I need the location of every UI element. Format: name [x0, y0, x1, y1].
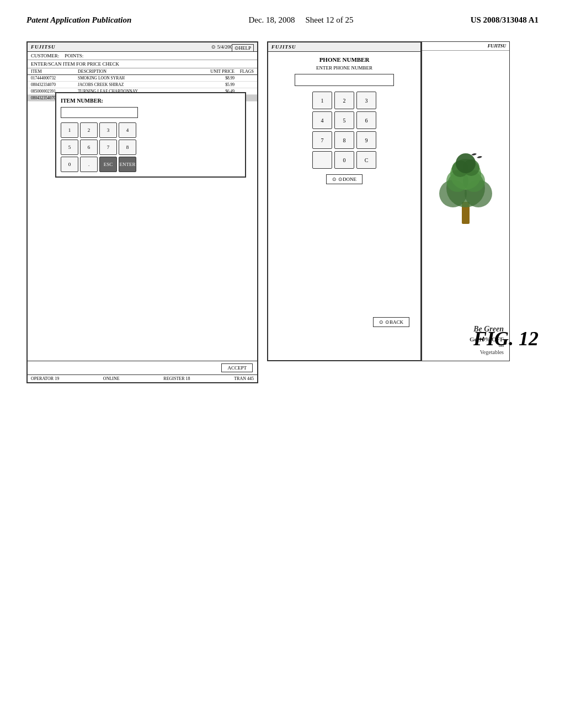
tran-status: TRAN 445 [234, 376, 254, 381]
phone-enter-label: ENTER PHONE NUMBER [268, 65, 420, 71]
phone-btn-1[interactable]: 1 [312, 92, 332, 109]
phone-top-bar: FUJITSU [268, 42, 420, 52]
main-content: FUJITSU ⊙ 5/4/2007 09:13:25 ⊙HELP CUSTOM… [0, 30, 565, 394]
phone-btn-4[interactable]: 4 [312, 111, 332, 129]
phone-input[interactable] [295, 74, 394, 86]
header-patent-number: US 2008/313048 A1 [471, 15, 539, 25]
accept-btn-row: ACCEPT [28, 361, 257, 375]
points-label: POINTS: [65, 53, 83, 58]
page-header: Patent Application Publication Dec. 18, … [0, 0, 565, 30]
numpad-btn-esc[interactable]: ESC [99, 157, 117, 172]
phone-btn-3[interactable]: 3 [356, 92, 376, 109]
pos-status-bar: OPERATOR 19 ONLINE REGISTER 18 TRAN 445 [28, 375, 257, 382]
accept-button[interactable]: ACCEPT [221, 363, 253, 372]
panels-row: FUJITSU ⊙ 5/4/2007 09:13:25 ⊙HELP CUSTOM… [26, 41, 510, 383]
phone-btn-empty [312, 151, 332, 169]
ad-panel: FUJITSU [422, 41, 510, 361]
row-flags [234, 82, 254, 87]
phone-numpad: 1 2 3 4 5 6 7 8 9 0 C [307, 92, 382, 169]
col-header-description: DESCRIPTION [78, 69, 210, 74]
numpad-btn-4[interactable]: 4 [119, 122, 136, 138]
phone-btn-8[interactable]: 8 [334, 131, 354, 149]
row-flags [234, 76, 254, 81]
back-icon: ⊙ [379, 319, 383, 325]
phone-btn-0[interactable]: 0 [334, 151, 354, 169]
phone-btn-9[interactable]: 9 [356, 131, 376, 149]
numpad-btn-2[interactable]: 2 [80, 122, 98, 138]
header-center: Dec. 18, 2008 Sheet 12 of 25 [248, 15, 353, 25]
operator-status: OPERATOR 19 [31, 376, 59, 381]
phone-btn-6[interactable]: 6 [356, 111, 376, 129]
row-description: SMOKING LOON SYRAH [78, 76, 210, 81]
header-publication-label: Patent Application Publication [26, 15, 131, 25]
numpad-btn-6[interactable]: 6 [80, 140, 98, 155]
numpad-btn-1[interactable]: 1 [61, 122, 78, 138]
back-label: ⊙BACK [385, 319, 403, 325]
pos-fujitsu-logo: FUJITSU [31, 44, 56, 50]
table-row: 017444000732 SMOKING LOON SYRAH $8.99 [28, 75, 257, 82]
pos-table-header: ITEM DESCRIPTION UNIT PRICE FLAGS [28, 68, 257, 75]
row-item-num: 080432334070 [31, 82, 78, 87]
numpad-btn-5[interactable]: 5 [61, 140, 78, 155]
row-price: $8.99 [210, 76, 234, 81]
phone-fujitsu-logo: FUJITSU [271, 44, 296, 50]
pos-bottom-bar: ACCEPT OPERATOR 19 ONLINE REGISTER 18 TR… [28, 361, 257, 382]
phone-btn-5[interactable]: 5 [334, 111, 354, 129]
ad-illustration [430, 141, 502, 229]
online-status: ONLINE [103, 376, 120, 381]
phone-number-title: PHONE NUMBER [268, 52, 420, 65]
pos-top-bar: FUJITSU ⊙ 5/4/2007 09:13:25 ⊙HELP [28, 42, 257, 52]
table-row: 080432334070 JACOBS CREEK SHIRAZ $5.99 [28, 82, 257, 88]
phone-panel: FUJITSU PHONE NUMBER ENTER PHONE NUMBER … [267, 41, 422, 361]
header-sheet: Sheet 12 of 25 [305, 15, 353, 24]
numpad-btn-3[interactable]: 3 [99, 122, 117, 138]
ad-logo: FUJITSU [422, 42, 509, 51]
col-header-unit-price: UNIT PRICE [210, 69, 234, 74]
row-item-num: 017444000732 [31, 76, 78, 81]
done-button[interactable]: ⊙ ⊙DONE [326, 174, 363, 184]
right-panels: FUJITSU PHONE NUMBER ENTER PHONE NUMBER … [267, 41, 510, 361]
pos-customer-row: CUSTOMER: POINTS: [28, 52, 257, 60]
svg-point-9 [456, 153, 476, 173]
numpad-btn-dot[interactable]: . [80, 157, 98, 172]
pos-terminal: FUJITSU ⊙ 5/4/2007 09:13:25 ⊙HELP CUSTOM… [26, 41, 258, 383]
phone-btn-c[interactable]: C [356, 151, 376, 169]
done-icon: ⊙ [332, 176, 337, 182]
header-date: Dec. 18, 2008 [248, 15, 295, 24]
phone-ad-row: FUJITSU PHONE NUMBER ENTER PHONE NUMBER … [267, 41, 510, 361]
register-status: REGISTER 18 [163, 376, 190, 381]
item-number-overlay: ITEM NUMBER: 1 2 3 4 5 6 7 8 0 . ESC ENT… [55, 92, 246, 178]
row-price: $5.99 [210, 82, 234, 87]
numpad-btn-8[interactable]: 8 [119, 140, 136, 155]
col-header-item: ITEM [31, 69, 78, 74]
back-button[interactable]: ⊙ ⊙BACK [373, 317, 409, 327]
ad-image-area [422, 51, 509, 319]
numpad-btn-0[interactable]: 0 [61, 157, 78, 172]
item-overlay-title: ITEM NUMBER: [61, 98, 241, 104]
item-number-input[interactable] [61, 107, 138, 118]
help-button[interactable]: ⊙HELP [232, 44, 254, 52]
done-label: ⊙DONE [338, 176, 356, 182]
row-description: JACOBS CREEK SHIRAZ [78, 82, 210, 87]
numpad-btn-7[interactable]: 7 [99, 140, 117, 155]
phone-btn-2[interactable]: 2 [334, 92, 354, 109]
customer-label: CUSTOMER: [31, 53, 59, 58]
figure-label: FIG. 12 [473, 327, 539, 350]
col-header-flags: FLAGS [234, 69, 254, 74]
enter-scan-label: ENTER/SCAN ITEM FOR PRICE CHECK [31, 61, 119, 67]
phone-btn-7[interactable]: 7 [312, 131, 332, 149]
numpad-btn-enter[interactable]: ENTER [119, 157, 136, 172]
pos-enter-row: ENTER/SCAN ITEM FOR PRICE CHECK [28, 60, 257, 68]
item-numpad: 1 2 3 4 5 6 7 8 0 . ESC ENTER [61, 122, 241, 172]
